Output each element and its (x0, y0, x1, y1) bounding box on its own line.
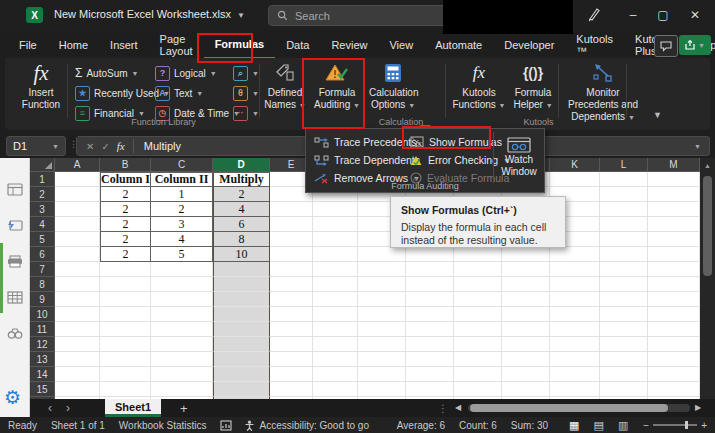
cell-K10[interactable] (550, 307, 600, 322)
cell-J9[interactable] (502, 292, 550, 307)
cell-E4[interactable] (270, 217, 313, 232)
maximize-button[interactable]: ▢ (648, 0, 678, 30)
cell-F6[interactable] (313, 247, 358, 262)
cell-B11[interactable] (100, 322, 151, 337)
cell-G13[interactable] (358, 352, 406, 367)
document-title[interactable]: New Microsoft Excel Worksheet.xlsx▼ (54, 8, 245, 20)
ribbon-tab-home[interactable]: Home (48, 32, 99, 58)
zoom-in-button[interactable]: + (701, 420, 707, 431)
cell-K6[interactable] (550, 247, 600, 262)
cell-F14[interactable] (313, 367, 358, 382)
cell-E3[interactable] (270, 202, 313, 217)
cell-A7[interactable] (55, 262, 100, 277)
cancel-icon[interactable]: ✕ (86, 141, 94, 152)
add-sheet-button[interactable]: + (180, 401, 188, 416)
cell-I12[interactable] (454, 337, 502, 352)
cell-B13[interactable] (100, 352, 151, 367)
cell-K13[interactable] (550, 352, 600, 367)
text-button[interactable]: A Text ▼ (155, 84, 203, 102)
printer-icon[interactable] (7, 254, 23, 272)
cell-H8[interactable] (406, 277, 454, 292)
status-workbook-statistics[interactable]: Workbook Statistics (119, 420, 207, 431)
cell-C11[interactable] (151, 322, 213, 337)
column-header-M[interactable]: M (648, 158, 700, 172)
cell-I6[interactable] (454, 247, 502, 262)
cell-M2[interactable] (648, 187, 700, 202)
comments-button[interactable] (654, 35, 678, 57)
cell-H9[interactable] (406, 292, 454, 307)
cell-H13[interactable] (406, 352, 454, 367)
calculation-options-button[interactable]: Calculation Options ▼ (369, 61, 417, 112)
cell-C9[interactable] (151, 292, 213, 307)
cell-K1[interactable] (550, 172, 600, 187)
cell-M9[interactable] (648, 292, 700, 307)
cell-B5[interactable]: 2 (100, 232, 151, 247)
column-header-B[interactable]: B (100, 158, 151, 172)
cell-J11[interactable] (502, 322, 550, 337)
cell-D2[interactable]: 2 (213, 187, 270, 202)
cell-G7[interactable] (358, 262, 406, 277)
defined-names-button[interactable]: Defined Names ▼ (263, 61, 307, 112)
cell-I14[interactable] (454, 367, 502, 382)
cell-L5[interactable] (600, 232, 648, 247)
row-header-11[interactable]: 11 (30, 322, 55, 337)
cell-K8[interactable] (550, 277, 600, 292)
row-header-4[interactable]: 4 (30, 217, 55, 232)
cell-M12[interactable] (648, 337, 700, 352)
cell-A14[interactable] (55, 367, 100, 382)
cell-G8[interactable] (358, 277, 406, 292)
cell-K14[interactable] (550, 367, 600, 382)
cell-B1[interactable]: Column I (100, 172, 151, 187)
cell-I11[interactable] (454, 322, 502, 337)
status-sheet-count[interactable]: Sheet 1 of 1 (51, 420, 105, 431)
cell-J10[interactable] (502, 307, 550, 322)
cell-J15[interactable] (502, 382, 550, 397)
cell-B10[interactable] (100, 307, 151, 322)
row-header-8[interactable]: 8 (30, 277, 55, 292)
ribbon-tab-kutools[interactable]: Kutools ™ (565, 32, 624, 58)
cell-E13[interactable] (270, 352, 313, 367)
page-break-view-icon[interactable]: ▥ (618, 419, 628, 432)
row-header-15[interactable]: 15 (30, 382, 55, 397)
cell-F8[interactable] (313, 277, 358, 292)
cell-C3[interactable]: 2 (151, 202, 213, 217)
cell-E5[interactable] (270, 232, 313, 247)
row-header-2[interactable]: 2 (30, 187, 55, 202)
cell-C8[interactable] (151, 277, 213, 292)
ribbon-tab-data[interactable]: Data (275, 32, 320, 58)
cell-M6[interactable] (648, 247, 700, 262)
ribbon-tab-review[interactable]: Review (320, 32, 378, 58)
cell-L8[interactable] (600, 277, 648, 292)
pane-flash-icon[interactable] (7, 218, 23, 236)
cell-G15[interactable] (358, 382, 406, 397)
cell-L1[interactable] (600, 172, 648, 187)
ribbon-tab-page-layout[interactable]: Page Layout (149, 32, 204, 58)
cell-F10[interactable] (313, 307, 358, 322)
cell-L7[interactable] (600, 262, 648, 277)
cell-K9[interactable] (550, 292, 600, 307)
normal-view-icon[interactable]: ▦ (569, 419, 579, 432)
cell-A9[interactable] (55, 292, 100, 307)
cell-G11[interactable] (358, 322, 406, 337)
cell-A15[interactable] (55, 382, 100, 397)
cell-A2[interactable] (55, 187, 100, 202)
ribbon-tab-insert[interactable]: Insert (99, 32, 149, 58)
cell-L2[interactable] (600, 187, 648, 202)
column-header-C[interactable]: C (151, 158, 213, 172)
kutools-functions-button[interactable]: fx Kutools Functions ▼ (451, 61, 507, 112)
cell-A13[interactable] (55, 352, 100, 367)
hscroll-left-arrow-icon[interactable]: ◀ (455, 403, 461, 412)
row-header-13[interactable]: 13 (30, 352, 55, 367)
cell-L9[interactable] (600, 292, 648, 307)
cell-L14[interactable] (600, 367, 648, 382)
cell-C15[interactable] (151, 382, 213, 397)
cell-M11[interactable] (648, 322, 700, 337)
cell-E11[interactable] (270, 322, 313, 337)
cell-D14[interactable] (213, 367, 270, 382)
cell-M10[interactable] (648, 307, 700, 322)
cell-A11[interactable] (55, 322, 100, 337)
cell-B4[interactable]: 2 (100, 217, 151, 232)
cell-M14[interactable] (648, 367, 700, 382)
ribbon-tab-view[interactable]: View (378, 32, 424, 58)
cell-E6[interactable] (270, 247, 313, 262)
